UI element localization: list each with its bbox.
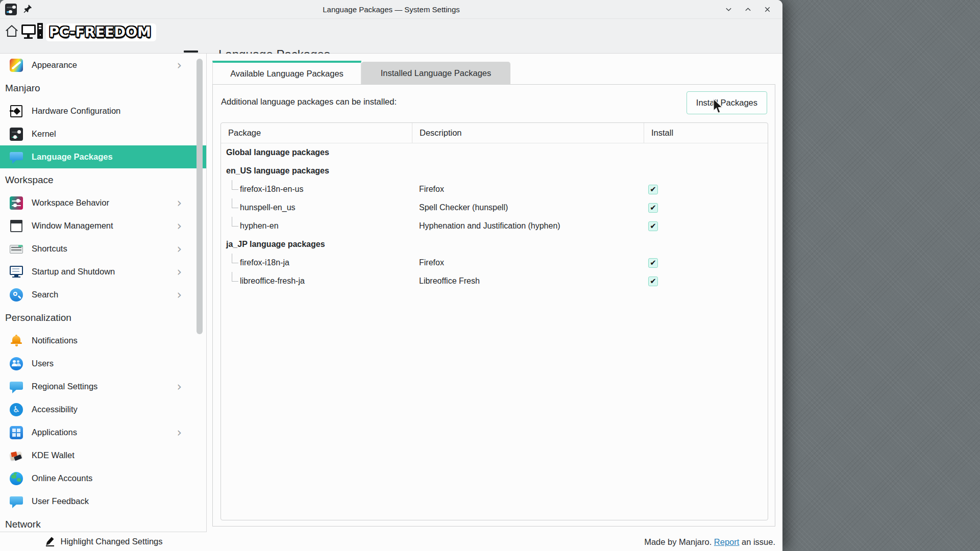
sidebar-item-search[interactable]: Search› [0, 283, 206, 306]
online-accounts-icon [9, 471, 23, 486]
language-packages-icon [9, 150, 23, 164]
chevron-right-icon: › [177, 197, 182, 209]
sidebar-section-personalization: Personalization [0, 306, 206, 329]
sidebar-item-appearance[interactable]: Appearance› [0, 54, 206, 77]
main-content: Available Language PackagesInstalled Lan… [207, 54, 782, 551]
package-description: Firefox [412, 185, 644, 194]
pc-freedom-logo: PC-FREEDOM [4, 23, 156, 41]
sidebar-item-label: Language Packages [32, 152, 113, 162]
table-group-row[interactable]: Global language packages [221, 143, 768, 162]
package-name: firefox-i18n-en-us [238, 185, 304, 194]
report-issue-link[interactable]: Report [714, 537, 740, 546]
tree-branch-line [232, 198, 238, 208]
sidebar-item-applications[interactable]: Applications› [0, 421, 206, 444]
tab-content-pane: Additional language packages can be inst… [212, 84, 775, 527]
install-checkbox[interactable]: ✔ [648, 185, 658, 194]
column-header-description[interactable]: Description [412, 123, 644, 143]
shortcuts-icon [9, 242, 23, 256]
package-name: libreoffice-fresh-ja [238, 277, 305, 286]
sidebar-item-user-feedback[interactable]: User Feedback [0, 490, 206, 513]
sidebar-item-label: User Feedback [32, 496, 89, 506]
applications-icon [9, 425, 23, 440]
made-by-footer: Made by Manjaro. Report an issue. [644, 537, 775, 547]
cell-install: ✔ [644, 203, 768, 213]
sidebar-item-window-management[interactable]: Window Management› [0, 214, 206, 237]
sidebar-item-workspace-behavior[interactable]: Workspace Behavior› [0, 191, 206, 214]
package-description: Spell Checker (hunspell) [412, 203, 644, 212]
sidebar-item-label: Online Accounts [32, 473, 92, 483]
install-checkbox[interactable]: ✔ [648, 221, 658, 231]
home-icon [4, 23, 19, 41]
table-body: Global language packagesen_US language p… [221, 143, 768, 290]
close-button[interactable] [763, 6, 771, 14]
cell-package: hunspell-en_us [221, 198, 412, 217]
cell-package: firefox-i18n-en-us [221, 180, 412, 198]
install-checkbox[interactable]: ✔ [648, 203, 658, 213]
footer-suffix: an issue. [739, 537, 775, 546]
tab-available-language-packages[interactable]: Available Language Packages [212, 61, 361, 84]
sidebar-item-label: Kernel [32, 129, 56, 139]
chevron-right-icon: › [177, 220, 182, 232]
titlebar[interactable]: Language Packages — System Settings [0, 0, 782, 19]
package-name: hunspell-en_us [238, 203, 296, 212]
chevron-right-icon: › [177, 243, 182, 255]
accessibility-icon: ♿ [9, 403, 23, 417]
package-description: Libreoffice Fresh [412, 277, 644, 286]
table-row[interactable]: firefox-i18n-jaFirefox✔ [221, 254, 768, 272]
sidebar-item-label: Window Management [32, 221, 113, 231]
sidebar-item-accessibility[interactable]: ♿Accessibility [0, 398, 206, 421]
chevron-right-icon: › [177, 289, 182, 301]
cell-install: ✔ [644, 258, 768, 268]
highlighter-icon [44, 535, 56, 548]
chevron-right-icon: › [177, 381, 182, 393]
sidebar-item-kde-wallet[interactable]: KDE Wallet [0, 444, 206, 467]
window-management-icon [9, 219, 23, 233]
maximize-button[interactable] [744, 6, 752, 14]
sidebar-item-shortcuts[interactable]: Shortcuts› [0, 237, 206, 260]
sidebar-item-label: KDE Wallet [32, 450, 75, 460]
tree-branch-line [232, 180, 238, 190]
tree-branch-line [232, 254, 238, 263]
sidebar-item-language-packages[interactable]: Language Packages [0, 145, 206, 168]
tab-installed-language-packages[interactable]: Installed Language Packages [361, 62, 510, 85]
sidebar-item-kernel[interactable]: Kernel [0, 122, 206, 145]
computer-icon [21, 23, 44, 41]
column-header-install[interactable]: Install [644, 123, 768, 143]
install-checkbox[interactable]: ✔ [648, 277, 658, 286]
sidebar-item-label: Accessibility [32, 405, 78, 414]
package-description: Hyphenation and Justification (hyphen) [412, 221, 644, 231]
table-group-row[interactable]: ja_JP language packages [221, 235, 768, 254]
table-row[interactable]: libreoffice-fresh-jaLibreoffice Fresh✔ [221, 272, 768, 290]
cell-install: ✔ [644, 277, 768, 286]
package-description: Firefox [412, 258, 644, 267]
table-group-row[interactable]: en_US language packages [221, 162, 768, 180]
hardware-icon [9, 104, 23, 118]
install-packages-button[interactable]: Install Packages [687, 91, 767, 114]
sidebar-item-startup-and-shutdown[interactable]: Startup and Shutdown› [0, 260, 206, 283]
install-checkbox[interactable]: ✔ [648, 258, 658, 268]
search-icon [9, 288, 23, 302]
cell-install: ✔ [644, 185, 768, 194]
startup-shutdown-icon [9, 265, 23, 279]
sidebar-item-label: Applications [32, 428, 77, 437]
table-row[interactable]: hyphen-enHyphenation and Justification (… [221, 217, 768, 235]
sidebar-item-users[interactable]: Users [0, 352, 206, 375]
table-row[interactable]: hunspell-en_usSpell Checker (hunspell)✔ [221, 198, 768, 217]
group-label: en_US language packages [221, 166, 329, 176]
minimize-button[interactable] [724, 6, 732, 14]
sidebar-item-regional-settings[interactable]: Regional Settings› [0, 375, 206, 398]
tree-branch-line [232, 272, 238, 282]
toolbar: PC-FREEDOM Language Packages [0, 19, 782, 54]
highlight-changed-settings[interactable]: Highlight Changed Settings [0, 532, 207, 551]
user-feedback-icon [9, 494, 23, 509]
column-header-package[interactable]: Package [221, 123, 412, 143]
sidebar-item-notifications[interactable]: Notifications [0, 329, 206, 352]
kernel-icon [9, 127, 23, 141]
chevron-right-icon: › [177, 427, 182, 439]
package-name: hyphen-en [238, 221, 279, 231]
sidebar-scrollbar[interactable] [197, 59, 203, 334]
sidebar-item-online-accounts[interactable]: Online Accounts [0, 467, 206, 490]
table-row[interactable]: firefox-i18n-en-usFirefox✔ [221, 180, 768, 198]
sidebar-item-hardware-configuration[interactable]: Hardware Configuration [0, 99, 206, 122]
sidebar-section-network: Network [0, 513, 206, 532]
